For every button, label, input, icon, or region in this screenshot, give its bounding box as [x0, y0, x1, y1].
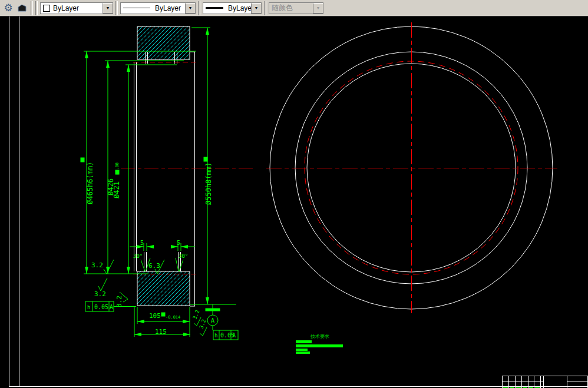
color-value: ByLayer [53, 4, 79, 12]
lineweight-sample-icon [206, 7, 223, 9]
layer-properties-button[interactable]: ⚙ [2, 2, 15, 15]
dim-groove-width-left: 5 [140, 240, 144, 246]
roughness-63-label: 6.3 [148, 262, 160, 270]
dim-bore-label: Ø465h6(mm) [86, 162, 94, 204]
dim-groove-inner-tolerance: +0.08 [115, 163, 120, 175]
layer-shape-icon [18, 4, 27, 12]
plotstyle-dropdown: 随颜色 ▼ [269, 2, 323, 14]
gdt-datum: A [110, 304, 113, 310]
linetype-dropdown[interactable]: ByLayer ▼ [120, 2, 196, 14]
lineweight-dropdown[interactable]: ByLayer ▼ [203, 2, 262, 14]
chamfer-angle-left: 30° [133, 253, 143, 259]
notes-title: 技术要求 [310, 334, 329, 339]
dim-inner-width-label: 105 [149, 312, 161, 320]
roughness-32-label: 3.2 [91, 261, 103, 269]
lineweight-value: ByLayer [228, 4, 251, 12]
make-layer-current-button[interactable] [16, 2, 29, 15]
chevron-down-icon[interactable]: ▼ [251, 3, 261, 14]
gdt-tolerance: 0.05 [94, 304, 108, 310]
toolbar-separator [31, 1, 33, 15]
toolbar-separator [35, 1, 38, 15]
color-swatch [43, 5, 50, 12]
toolbar-separator [115, 1, 118, 15]
linetype-sample-icon [123, 8, 150, 8]
toolbar-separator [198, 1, 200, 15]
chevron-down-icon[interactable]: ▼ [185, 3, 195, 14]
chevron-down-icon: ▼ [313, 3, 323, 14]
chamfer-angle-right: 30° [179, 253, 188, 259]
dim-total-width-label: 115 [155, 328, 167, 336]
layers-toolbar: ⚙ ByLayer ▼ ByLayer ▼ ByLayer ▼ 随颜色 [0, 0, 588, 16]
dim-inner-width-tolerance: -0.014 [166, 315, 180, 320]
chevron-down-icon[interactable]: ▼ [103, 3, 113, 14]
dim-groove-inner-label: Ø421 [113, 181, 121, 198]
layer-properties-icon: ⚙ [4, 3, 12, 13]
linetype-value: ByLayer [155, 4, 181, 12]
dim-groove-width-right: 5 [177, 240, 180, 246]
plotstyle-value: 随颜色 [272, 3, 293, 13]
toolbar-separator [264, 1, 266, 15]
gdt-datum: A [232, 332, 236, 339]
dim-outer-label: Ø550h8(mm) [204, 163, 213, 205]
drawing-canvas[interactable]: Ø465h6(mm) Ø426 Ø421 +0.08 Ø550h8(mm) 10… [0, 16, 588, 388]
roughness-32-label: 3.2 [115, 296, 123, 307]
datum-bubble-label: A [211, 317, 214, 324]
color-dropdown[interactable]: ByLayer ▼ [40, 2, 113, 14]
gdt-symbol: h [87, 304, 90, 310]
gdt-symbol: h [214, 333, 217, 339]
roughness-32-label: 3.2 [94, 290, 106, 298]
